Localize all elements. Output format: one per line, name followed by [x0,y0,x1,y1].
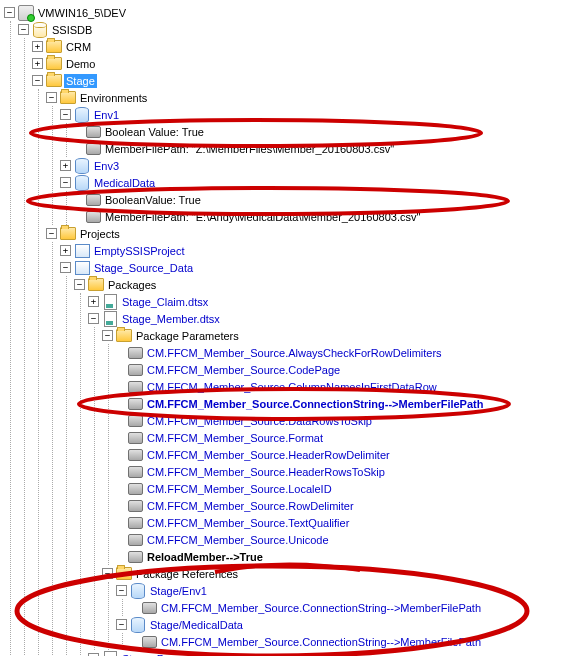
folder-crm[interactable]: CRM [32,38,574,55]
expand-icon[interactable] [88,296,99,307]
package-parameters-label: Package Parameters [134,329,241,343]
parameter-label: CM.FFCM_Member_Source.AlwaysCheckForRowD… [145,346,444,360]
parameter-icon [85,192,101,208]
collapse-icon[interactable] [18,24,29,35]
package-parameter[interactable]: CM.FFCM_Member_Source.TextQualifier [116,514,574,531]
projects-label: Projects [78,227,122,241]
parameter-label: CM.FFCM_Member_Source.ConnectionString--… [145,397,485,411]
folder-icon [60,90,76,106]
collapse-icon[interactable] [102,330,113,341]
package-parameter[interactable]: CM.FFCM_Member_Source.RowDelimiter [116,497,574,514]
package-parameter-reload[interactable]: ReloadMember-->True [116,548,574,565]
collapse-icon[interactable] [4,7,15,18]
ref-label: Stage/Env1 [148,584,209,598]
parameter-icon [85,124,101,140]
folder-icon [46,73,62,89]
packages-folder[interactable]: Packages Stage_Claim.dtsx [74,276,574,656]
parameter-icon [127,498,143,514]
medicaldata-node[interactable]: MedicalData BooleanValue: True [60,174,574,225]
parameter-label: CM.FFCM_Member_Source.ColumnNamesInFirst… [145,380,439,394]
parameter-icon [85,141,101,157]
environment-icon [74,175,90,191]
package-parameter[interactable]: CM.FFCM_Member_Source.AlwaysCheckForRowD… [116,344,574,361]
env-var-bool[interactable]: Boolean Value: True [74,123,574,140]
parameter-label: CM.FFCM_Member_Source.HeaderRowsToSkip [145,465,387,479]
env-var-path[interactable]: MemberFilePath: "Z:\MemberFiles\Member_2… [74,140,574,157]
stage-source-data-project[interactable]: Stage_Source_Data [60,259,574,656]
var-name: Boolean Value: [105,126,179,138]
folder-label: Demo [64,57,97,71]
database-icon [32,22,48,38]
parameter-icon [141,600,157,616]
folder-icon [116,566,132,582]
parameter-label: CM.FFCM_Member_Source.Unicode [145,533,331,547]
parameter-icon [127,464,143,480]
var-name: BooleanValue: [105,194,176,206]
var-value: True [182,126,204,138]
package-stage-claim[interactable]: Stage_Claim.dtsx [88,293,574,310]
package-parameter[interactable]: CM.FFCM_Member_Source.DataRowsToSkip [116,412,574,429]
collapse-icon[interactable] [116,585,127,596]
project-icon [74,260,90,276]
expand-icon[interactable] [32,41,43,52]
collapse-icon[interactable] [102,568,113,579]
var-name: MemberFilePath: [105,211,189,223]
ref-stage-env1[interactable]: Stage/Env1 [116,582,574,616]
package-stage-member[interactable]: Stage_Member.dtsx [88,310,574,650]
env1-node[interactable]: Env1 Boolean Value: True [60,106,574,157]
folder-icon [46,56,62,72]
ssisdb-node[interactable]: SSISDB CRM [18,21,574,656]
ref-value-label: CM.FFCM_Member_Source.ConnectionString--… [159,635,483,649]
parameter-label: CM.FFCM_Member_Source.CodePage [145,363,342,377]
parameter-label: CM.FFCM_Member_Source.Format [145,431,325,445]
package-stage-payment[interactable]: Stage_Payment.dtsx [88,650,574,656]
var-name: MemberFilePath: [105,143,189,155]
ssisdb-label: SSISDB [50,23,94,37]
collapse-icon[interactable] [116,619,127,630]
ref-stage-medical[interactable]: Stage/MedicalData [116,616,574,650]
folder-label-selected: Stage [64,74,97,88]
collapse-icon[interactable] [74,279,85,290]
package-parameter[interactable]: CM.FFCM_Member_Source.ColumnNamesInFirst… [116,378,574,395]
dtsx-icon [102,294,118,310]
parameter-label: CM.FFCM_Member_Source.RowDelimiter [145,499,356,513]
server-node[interactable]: VMWIN16_5\DEV SSISDB CRM [4,4,574,656]
collapse-icon[interactable] [46,228,57,239]
parameter-label: CM.FFCM_Member_Source.TextQualifier [145,516,351,530]
expand-icon[interactable] [32,58,43,69]
package-parameter[interactable]: CM.FFCM_Member_Source.HeaderRowsToSkip [116,463,574,480]
parameter-icon [127,396,143,412]
package-parameter[interactable]: CM.FFCM_Member_Source.LocaleID [116,480,574,497]
collapse-icon[interactable] [60,177,71,188]
env-var-path[interactable]: MemberFilePath: "E:\Andy\MedicalData\Mem… [74,208,574,225]
env3-node[interactable]: Env3 [60,157,574,174]
package-parameter[interactable]: CM.FFCM_Member_Source.HeaderRowDelimiter [116,446,574,463]
package-parameter[interactable]: CM.FFCM_Member_Source.CodePage [116,361,574,378]
package-parameter[interactable]: CM.FFCM_Member_Source.Unicode [116,531,574,548]
package-parameter[interactable]: CM.FFCM_Member_Source.Format [116,429,574,446]
folder-stage[interactable]: Stage Environments [32,72,574,656]
parameter-icon [141,634,157,650]
package-references-label: Package References [134,567,240,581]
ref-value[interactable]: CM.FFCM_Member_Source.ConnectionString--… [130,599,574,616]
collapse-icon[interactable] [60,262,71,273]
package-label: Stage_Claim.dtsx [120,295,210,309]
env-label: MedicalData [92,176,157,190]
collapse-icon[interactable] [46,92,57,103]
ref-value[interactable]: CM.FFCM_Member_Source.ConnectionString--… [130,633,574,650]
parameter-icon [127,345,143,361]
package-parameter[interactable]: CM.FFCM_Member_Source.ConnectionString--… [116,395,574,412]
collapse-icon[interactable] [88,313,99,324]
expand-icon[interactable] [60,160,71,171]
package-references-folder[interactable]: Package References [102,565,574,650]
empty-ssis-project[interactable]: EmptySSISProject [60,242,574,259]
collapse-icon[interactable] [60,109,71,120]
collapse-icon[interactable] [32,75,43,86]
environments-node[interactable]: Environments Env1 [46,89,574,225]
package-parameters-folder[interactable]: Package Parameters CM.FFCM_Member_Source… [102,327,574,565]
env-var-bool[interactable]: BooleanValue: True [74,191,574,208]
parameter-icon [127,430,143,446]
projects-node[interactable]: Projects EmptySSISProject [46,225,574,656]
expand-icon[interactable] [60,245,71,256]
folder-demo[interactable]: Demo [32,55,574,72]
